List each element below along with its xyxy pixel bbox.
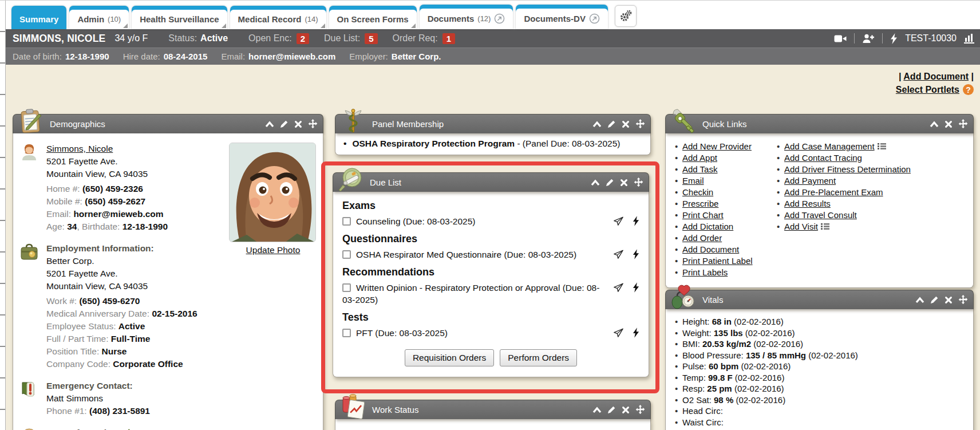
quick-link: Print Labels bbox=[674, 267, 776, 278]
quick-link-print-patient-label[interactable]: Print Patient Label bbox=[682, 255, 753, 267]
lightning-icon[interactable] bbox=[890, 33, 898, 44]
due-list-highlight-box: Due List Exams Counseling (Due: 08-03-20… bbox=[321, 161, 659, 393]
help-icon[interactable]: ? bbox=[963, 84, 974, 95]
quick-link-add-document[interactable]: Add Document bbox=[682, 244, 739, 255]
move-icon[interactable] bbox=[308, 119, 318, 129]
quick-link-add-order[interactable]: Add Order bbox=[682, 232, 722, 244]
quick-link: Add Task bbox=[674, 164, 776, 175]
open-enc-badge[interactable]: 2 bbox=[297, 33, 309, 44]
quick-links-portlet-header[interactable]: Quick Links bbox=[665, 114, 974, 133]
collapse-icon[interactable] bbox=[265, 121, 274, 128]
quick-link-print-chart[interactable]: Print Chart bbox=[682, 210, 724, 221]
edit-icon[interactable] bbox=[930, 295, 939, 304]
tab-summary[interactable]: Summary bbox=[11, 6, 66, 29]
perform-orders-button[interactable]: Perform Orders bbox=[500, 349, 577, 366]
portlet-title: Work Status bbox=[372, 405, 418, 415]
move-icon[interactable] bbox=[635, 405, 645, 415]
edit-icon[interactable] bbox=[606, 178, 614, 187]
close-icon[interactable] bbox=[622, 406, 630, 414]
patient-name-link[interactable]: Simmons, Nicole bbox=[46, 144, 113, 153]
quick-link-print-labels[interactable]: Print Labels bbox=[682, 267, 728, 278]
quick-link-add-case-management[interactable]: Add Case Management bbox=[784, 141, 886, 152]
due-list-magnifier-icon bbox=[337, 165, 365, 193]
vitals-portlet-header[interactable]: Vitals bbox=[665, 290, 974, 309]
due-list-badge[interactable]: 5 bbox=[365, 33, 377, 44]
close-icon[interactable] bbox=[622, 120, 630, 128]
collapse-icon[interactable] bbox=[591, 179, 600, 186]
close-icon[interactable] bbox=[294, 120, 302, 128]
collapse-icon[interactable] bbox=[930, 121, 939, 128]
bolt-icon[interactable] bbox=[633, 282, 639, 293]
left-edge-ruler bbox=[0, 1, 6, 430]
due-item-checkbox[interactable] bbox=[342, 329, 351, 337]
move-icon[interactable] bbox=[958, 119, 968, 129]
send-icon[interactable] bbox=[613, 249, 624, 259]
requisition-orders-button[interactable]: Requisition Orders bbox=[405, 349, 494, 366]
popout-icon[interactable] bbox=[494, 13, 505, 24]
edit-icon[interactable] bbox=[607, 405, 616, 414]
tab-medical-record[interactable]: Medical Record(14) bbox=[230, 6, 326, 29]
quick-link-add-new-provider[interactable]: Add New Provider bbox=[682, 141, 752, 152]
bolt-icon[interactable] bbox=[633, 249, 639, 259]
quick-link-prescribe[interactable]: Prescribe bbox=[682, 198, 718, 210]
quick-link-add-appt[interactable]: Add Appt bbox=[682, 152, 717, 164]
employee-status-value: Active bbox=[118, 321, 145, 331]
quick-link-add-visit[interactable]: Add Visit bbox=[784, 221, 829, 232]
tab-settings-button[interactable] bbox=[615, 5, 637, 27]
due-item-checkbox[interactable] bbox=[342, 250, 351, 259]
panel-membership-portlet: Panel Membership OSHA Respiratory Protec… bbox=[335, 114, 651, 155]
quick-link-email[interactable]: Email bbox=[682, 175, 704, 187]
move-icon[interactable] bbox=[958, 295, 968, 305]
add-user-icon[interactable] bbox=[862, 33, 875, 44]
vitals-portlet-body: Height: 68 in (02-02-2016) Weight: 135 l… bbox=[665, 309, 974, 430]
send-icon[interactable] bbox=[613, 328, 624, 338]
send-icon[interactable] bbox=[613, 282, 624, 293]
move-icon[interactable] bbox=[634, 177, 643, 187]
quick-link-add-driver-fitness[interactable]: Add Driver Fitness Determination bbox=[784, 164, 911, 175]
quick-link-add-results[interactable]: Add Results bbox=[784, 198, 831, 210]
tab-admin[interactable]: Admin(10) bbox=[69, 6, 129, 29]
close-icon[interactable] bbox=[945, 120, 953, 128]
tab-documents[interactable]: Documents(12) bbox=[420, 5, 513, 29]
panel-membership-portlet-header[interactable]: Panel Membership bbox=[335, 114, 651, 133]
due-item-checkbox[interactable] bbox=[342, 283, 351, 292]
address-line1: 5201 Fayette Ave. bbox=[46, 155, 323, 168]
edit-icon[interactable] bbox=[607, 120, 616, 128]
popout-icon[interactable] bbox=[589, 13, 600, 24]
quick-link-add-task[interactable]: Add Task bbox=[682, 164, 717, 175]
flowsheet-chart-icon[interactable] bbox=[964, 33, 974, 44]
quick-link-add-payment[interactable]: Add Payment bbox=[784, 175, 836, 187]
add-document-link[interactable]: Add Document bbox=[903, 72, 969, 81]
order-req-label: Order Req: bbox=[393, 33, 438, 44]
tab-health-surveillance[interactable]: Health Surveillance bbox=[132, 6, 227, 29]
quick-link-add-pre-placement-exam[interactable]: Add Pre-Placement Exam bbox=[784, 187, 883, 198]
order-req-badge[interactable]: 1 bbox=[442, 33, 455, 44]
quick-link-add-dictation[interactable]: Add Dictation bbox=[682, 221, 733, 232]
collapse-icon[interactable] bbox=[915, 297, 924, 303]
due-list-portlet-header[interactable]: Due List bbox=[333, 172, 649, 192]
tab-on-screen-forms[interactable]: On Screen Forms bbox=[329, 6, 417, 29]
anniversary-label: Medical Anniversary Date: bbox=[46, 309, 149, 318]
send-icon[interactable] bbox=[613, 216, 624, 226]
demographics-portlet-header[interactable]: Demographics bbox=[13, 114, 323, 133]
due-item-checkbox[interactable] bbox=[342, 217, 351, 226]
vital-row: Resp: 25 pm (02-02-2016) bbox=[674, 383, 967, 395]
close-icon[interactable] bbox=[945, 296, 953, 304]
collapse-icon[interactable] bbox=[592, 121, 602, 128]
bolt-icon[interactable] bbox=[633, 216, 639, 226]
close-icon[interactable] bbox=[620, 179, 628, 187]
quick-link-checkin[interactable]: Checkin bbox=[682, 187, 713, 198]
collapse-icon[interactable] bbox=[592, 407, 602, 413]
quick-link-add-travel-consult[interactable]: Add Travel Consult bbox=[784, 210, 857, 221]
video-camera-icon[interactable] bbox=[834, 34, 847, 44]
user-information-block: User Information: bbox=[13, 427, 323, 430]
dob-label: Date of birth: bbox=[13, 52, 62, 61]
select-portlets-link[interactable]: Select Portlets bbox=[896, 85, 959, 95]
work-status-portlet-header[interactable]: Work Status bbox=[335, 400, 651, 419]
move-icon[interactable] bbox=[635, 119, 645, 129]
quick-link-add-contact-tracing[interactable]: Add Contact Tracing bbox=[784, 152, 862, 164]
edit-icon[interactable] bbox=[280, 120, 289, 128]
tab-documents-dv[interactable]: Documents-DV bbox=[516, 5, 608, 29]
due-section-heading: Recommendations bbox=[342, 266, 639, 278]
bolt-icon[interactable] bbox=[633, 328, 639, 338]
